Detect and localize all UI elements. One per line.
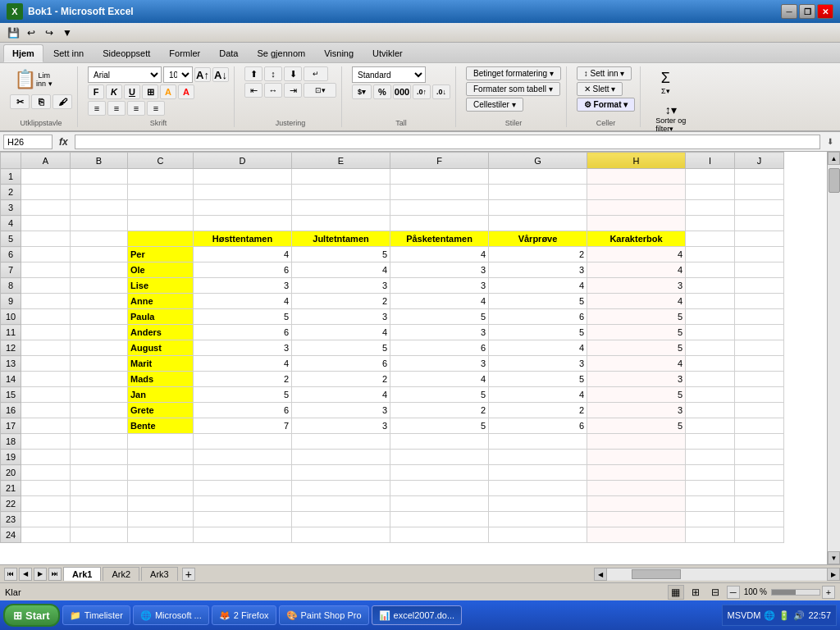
cell-e6[interactable]: 5 (292, 247, 390, 262)
cell-d24[interactable] (194, 527, 292, 543)
cell-h20[interactable] (587, 465, 686, 481)
tab-data[interactable]: Data (210, 44, 247, 62)
col-header-h[interactable]: H (587, 153, 686, 169)
cell-b9[interactable] (71, 294, 128, 309)
cell-b10[interactable] (71, 309, 128, 325)
taskbar-excel[interactable]: 📊 excel2007.do... (372, 605, 463, 625)
cell-c14[interactable]: Mads (128, 372, 194, 387)
cell-e19[interactable] (292, 450, 390, 465)
cell-e7[interactable]: 4 (292, 262, 390, 278)
currency-button[interactable]: $▾ (352, 84, 372, 99)
cell-a6[interactable] (21, 247, 71, 262)
cell-j3[interactable] (735, 200, 784, 216)
cell-f2[interactable] (390, 185, 489, 200)
align-left-button[interactable]: ≡ (88, 101, 106, 116)
tab-nav-last[interactable]: ⏭ (48, 568, 62, 581)
tab-visning[interactable]: Visning (315, 44, 363, 62)
cell-c24[interactable] (128, 527, 194, 543)
cell-e10[interactable]: 3 (292, 309, 390, 325)
cell-d12[interactable]: 3 (194, 340, 292, 356)
cell-h13[interactable]: 4 (587, 356, 686, 372)
cell-e23[interactable] (292, 512, 390, 527)
cell-g23[interactable] (489, 512, 587, 527)
cell-e15[interactable]: 4 (292, 387, 390, 403)
cell-j18[interactable] (735, 434, 784, 450)
col-header-j[interactable]: J (735, 153, 784, 169)
format-painter-button[interactable]: 🖌 (52, 94, 72, 109)
cell-d13[interactable]: 4 (194, 356, 292, 372)
save-button[interactable]: 💾 (5, 25, 21, 40)
decrease-decimal-button[interactable]: .0↓ (432, 84, 450, 99)
row-header-14[interactable]: 14 (1, 372, 21, 387)
font-color-button[interactable]: A (178, 84, 194, 99)
cell-d14[interactable]: 2 (194, 372, 292, 387)
cell-j14[interactable] (735, 372, 784, 387)
cell-j20[interactable] (735, 465, 784, 481)
cell-f11[interactable]: 3 (390, 325, 489, 340)
cell-i13[interactable] (686, 356, 735, 372)
cell-a2[interactable] (21, 185, 71, 200)
cell-f10[interactable]: 5 (390, 309, 489, 325)
cell-e5[interactable]: Jultetntamen (292, 231, 390, 247)
delete-cells-button[interactable]: ✕ Slett ▾ (577, 82, 623, 96)
cell-h24[interactable] (587, 527, 686, 543)
cell-j16[interactable] (735, 403, 784, 418)
cell-j9[interactable] (735, 294, 784, 309)
cell-g8[interactable]: 4 (489, 278, 587, 294)
fill-color-button[interactable]: A (160, 84, 176, 99)
cell-b23[interactable] (71, 512, 128, 527)
cell-h14[interactable]: 3 (587, 372, 686, 387)
cell-b5[interactable] (71, 231, 128, 247)
align-middle-button[interactable]: ↕ (264, 66, 282, 81)
col-header-b[interactable]: B (71, 153, 128, 169)
cell-e21[interactable] (292, 481, 390, 496)
cell-b11[interactable] (71, 325, 128, 340)
col-header-f[interactable]: F (390, 153, 489, 169)
cell-h10[interactable]: 5 (587, 309, 686, 325)
cell-d7[interactable]: 6 (194, 262, 292, 278)
cell-a4[interactable] (21, 216, 71, 231)
cell-a19[interactable] (21, 450, 71, 465)
cell-i8[interactable] (686, 278, 735, 294)
cell-c8[interactable]: Lise (128, 278, 194, 294)
cell-d1[interactable] (194, 169, 292, 185)
cell-g16[interactable]: 2 (489, 403, 587, 418)
cell-e4[interactable] (292, 216, 390, 231)
cell-f15[interactable]: 5 (390, 387, 489, 403)
cell-i22[interactable] (686, 496, 735, 512)
decrease-font-button[interactable]: A↓ (212, 67, 229, 82)
taskbar-paintshop[interactable]: 🎨 Paint Shop Pro (279, 605, 369, 625)
cell-c13[interactable]: Marit (128, 356, 194, 372)
cell-a10[interactable] (21, 309, 71, 325)
cell-e22[interactable] (292, 496, 390, 512)
cell-j15[interactable] (735, 387, 784, 403)
row-header-20[interactable]: 20 (1, 465, 21, 481)
tab-formler[interactable]: Formler (160, 44, 209, 62)
cell-e8[interactable]: 3 (292, 278, 390, 294)
col-header-e[interactable]: E (292, 153, 390, 169)
tab-se-gjennom[interactable]: Se gjennom (248, 44, 314, 62)
cell-j13[interactable] (735, 356, 784, 372)
cell-a11[interactable] (21, 325, 71, 340)
add-sheet-button[interactable]: + (182, 568, 195, 581)
cell-f1[interactable] (390, 169, 489, 185)
cell-c3[interactable] (128, 200, 194, 216)
cell-c6[interactable]: Per (128, 247, 194, 262)
font-size-select[interactable]: 10 (163, 66, 193, 83)
cell-h12[interactable]: 5 (587, 340, 686, 356)
formula-bar-expand[interactable]: ⬇ (824, 135, 837, 148)
percent-button[interactable]: % (373, 84, 391, 99)
cell-i16[interactable] (686, 403, 735, 418)
cell-h6[interactable]: 4 (587, 247, 686, 262)
cell-d23[interactable] (194, 512, 292, 527)
tab-utvikler[interactable]: Utvikler (363, 44, 412, 62)
align-center-button[interactable]: ≡ (107, 101, 126, 116)
cell-j8[interactable] (735, 278, 784, 294)
row-header-16[interactable]: 16 (1, 403, 21, 418)
align-bottom-button[interactable]: ⬇ (284, 66, 302, 81)
cell-f6[interactable]: 4 (390, 247, 489, 262)
row-header-18[interactable]: 18 (1, 434, 21, 450)
cell-d5[interactable]: Høsttentamen (194, 231, 292, 247)
format-cells-button[interactable]: ⚙ Format ▾ (577, 98, 635, 112)
cell-b19[interactable] (71, 450, 128, 465)
